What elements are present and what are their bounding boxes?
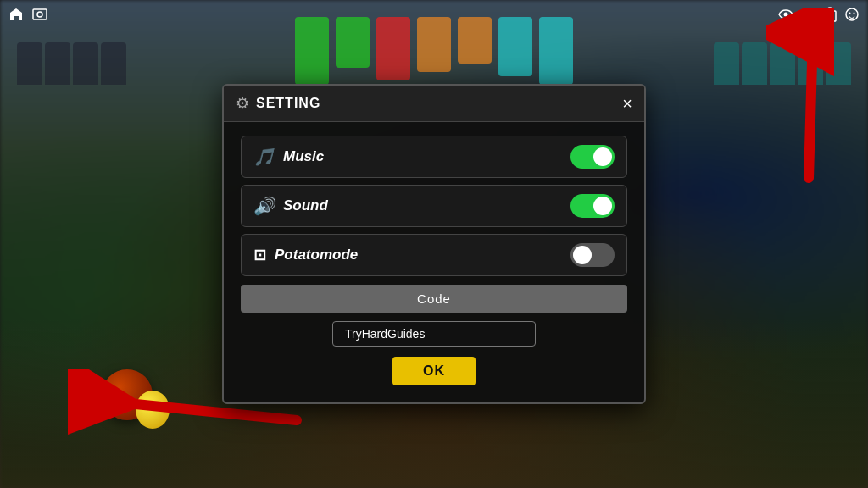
settings-gear-icon: ⚙: [236, 94, 249, 113]
potatomode-icon: ⊡: [253, 246, 266, 264]
ok-button[interactable]: OK: [392, 357, 476, 385]
sound-label: 🔊 Sound: [253, 196, 328, 216]
music-toggle-knob: [593, 147, 612, 166]
sound-toggle[interactable]: [570, 194, 615, 218]
settings-dialog: ⚙ SETTING × 🎵 Music 🔊 Sound: [222, 84, 646, 404]
setting-row-potatomode: ⊡ Potatomode: [241, 234, 627, 276]
music-label: 🎵 Music: [253, 147, 324, 167]
ok-button-area: OK: [241, 357, 627, 385]
dialog-header: ⚙ SETTING ×: [224, 86, 644, 122]
code-header: Code: [241, 285, 627, 313]
close-button[interactable]: ×: [622, 95, 632, 112]
potatomode-label: ⊡ Potatomode: [253, 246, 358, 264]
code-input-area: [241, 321, 627, 347]
code-input[interactable]: [332, 321, 536, 347]
sound-icon: 🔊: [253, 196, 275, 216]
music-label-text: Music: [283, 148, 324, 165]
dialog-body: 🎵 Music 🔊 Sound ⊡: [224, 122, 644, 402]
setting-row-sound: 🔊 Sound: [241, 185, 627, 227]
dialog-title-area: ⚙ SETTING: [236, 94, 320, 113]
sound-toggle-knob: [593, 197, 612, 215]
music-toggle[interactable]: [570, 145, 615, 169]
potatomode-toggle[interactable]: [570, 243, 615, 267]
potatomode-toggle-knob: [573, 246, 592, 264]
modal-overlay: ⚙ SETTING × 🎵 Music 🔊 Sound: [0, 0, 868, 488]
music-icon: 🎵: [253, 147, 275, 167]
code-section: Code OK: [241, 285, 627, 385]
dialog-title: SETTING: [256, 96, 320, 111]
sound-label-text: Sound: [283, 197, 328, 214]
potatomode-label-text: Potatomode: [275, 247, 358, 263]
setting-row-music: 🎵 Music: [241, 136, 627, 178]
